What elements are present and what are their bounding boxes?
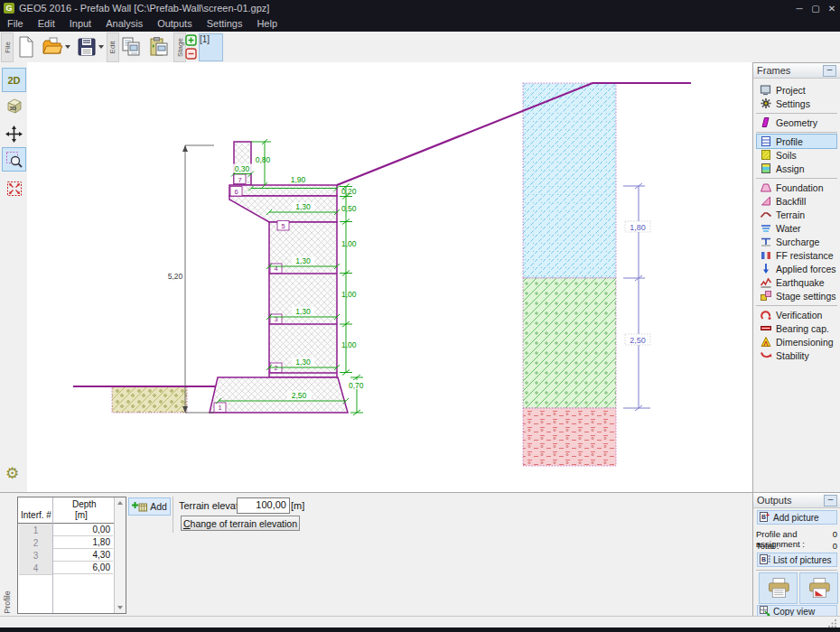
outputs-minimize-button[interactable]: – — [824, 495, 837, 507]
frames-separator — [756, 132, 837, 133]
table-scrollbar[interactable] — [114, 497, 126, 613]
svg-text:B: B — [761, 556, 766, 562]
interfaces-table[interactable]: Interf. # Depth [m] ▶ 1 0,00 2 1,80 3 4,… — [17, 497, 126, 614]
add-picture-button[interactable]: B+ Add picture — [757, 510, 837, 525]
frames-item-earthquake[interactable]: Earthquake — [757, 275, 836, 289]
svg-text:+: + — [766, 512, 770, 518]
row-number[interactable]: 4 — [19, 562, 52, 575]
menu-item-edit[interactable]: Edit — [31, 16, 62, 32]
menu-item-analysis[interactable]: Analysis — [98, 16, 150, 32]
list-of-pictures-button[interactable]: B List of pictures — [757, 553, 837, 567]
frames-item-profile[interactable]: Profile — [757, 135, 836, 148]
maximize-button[interactable]: ▢ — [807, 4, 824, 14]
frames-item-terrain[interactable]: Terrain — [757, 208, 836, 221]
view-3d-button[interactable]: 3D — [2, 93, 26, 117]
new-file-button[interactable] — [13, 33, 38, 60]
frames-item-water[interactable]: Water — [757, 221, 836, 235]
terrain-elevation-input[interactable]: 100,00 — [237, 497, 290, 514]
terrain-elevation-unit: [m] — [291, 500, 304, 511]
new-document-icon — [16, 36, 35, 58]
wall-foundation — [210, 377, 348, 413]
depth-cell[interactable]: 0,00 — [53, 524, 113, 536]
cube-3d-icon: 3D — [5, 97, 23, 115]
profile-tab[interactable]: Profile — [1, 590, 14, 614]
row-number[interactable]: 2 — [19, 536, 52, 550]
frames-item-surcharge[interactable]: Surcharge — [757, 235, 836, 248]
window-title: GEO5 2016 - Prefab Wall [C:\Prefab-Wall\… — [19, 3, 269, 14]
main-toolbar: File Edit Stage [1] — [0, 32, 840, 63]
minimize-button[interactable]: ─ — [791, 4, 807, 14]
frames-item-bearing-cap[interactable]: Bearing cap. — [757, 321, 836, 335]
svg-text:0,20: 0,20 — [341, 187, 357, 196]
outputs-panel-title: Outputs — [757, 495, 792, 506]
open-file-button[interactable] — [40, 33, 72, 60]
row-number[interactable]: 1 — [19, 524, 52, 537]
svg-text:0,80: 0,80 — [256, 155, 271, 164]
change-terrain-elevation-button[interactable]: Change of terrain elevation — [181, 516, 300, 531]
scroll-down-icon[interactable] — [117, 606, 123, 609]
profile-assignment-value: 0 — [833, 529, 837, 539]
panel-divider — [173, 497, 173, 533]
frames-item-settings[interactable]: Settings — [757, 97, 836, 110]
stage-remove-button[interactable] — [184, 47, 197, 60]
svg-text:3D: 3D — [9, 105, 16, 110]
depth-cell[interactable]: 4,30 — [53, 549, 113, 562]
frames-separator — [756, 305, 837, 306]
save-file-button[interactable] — [74, 33, 107, 60]
app-logo-icon: G — [4, 3, 14, 14]
view-2d-button[interactable]: 2D — [2, 68, 26, 92]
svg-text:1,30: 1,30 — [295, 307, 311, 316]
frames-item-verification[interactable]: Verification — [757, 308, 836, 321]
drawing-canvas[interactable]: 7 6 5 4 3 2 1 0,20 — [27, 62, 752, 492]
dimensioning-icon — [760, 336, 772, 348]
print-picture-button[interactable] — [799, 572, 838, 604]
frames-item-geometry[interactable]: Geometry — [757, 116, 836, 129]
menu-item-help[interactable]: Help — [249, 16, 285, 32]
frames-item-backfill[interactable]: Backfill — [757, 194, 836, 208]
frames-item-dimensioning[interactable]: Dimensioning — [757, 335, 836, 349]
soil-layer-1 — [523, 83, 616, 278]
add-picture-icon: B+ — [760, 512, 770, 523]
frames-item-soils[interactable]: Soils — [757, 148, 836, 162]
zoom-tool-button[interactable] — [2, 147, 26, 172]
depth-cell[interactable]: 6,00 — [53, 562, 113, 574]
list-pictures-icon: B — [760, 554, 770, 565]
scroll-up-icon[interactable] — [117, 501, 123, 505]
row-number[interactable]: 3 — [19, 549, 52, 562]
frames-item-stage-settings[interactable]: Stage settings — [757, 289, 836, 302]
paste-picture-button[interactable] — [145, 33, 173, 60]
menu-item-outputs[interactable]: Outputs — [150, 16, 200, 32]
fit-view-button[interactable] — [2, 176, 26, 200]
clipboard-page-icon — [148, 36, 170, 58]
toolbar-group-file: File — [1, 33, 14, 62]
print-document-button[interactable] — [759, 572, 798, 604]
taskbar-edge — [0, 627, 840, 632]
backfill-icon — [760, 195, 772, 207]
open-dropdown-caret[interactable] — [65, 45, 70, 49]
settings-gear-button[interactable]: ⚙ — [5, 464, 19, 483]
frames-item-stability[interactable]: Stability — [757, 349, 836, 362]
add-interface-button[interactable]: Add — [128, 497, 171, 516]
save-dropdown-caret[interactable] — [98, 45, 104, 49]
frames-item-applied-forces[interactable]: Applied forces — [757, 262, 836, 275]
close-button[interactable]: ✕ — [824, 4, 840, 14]
copy-picture-button[interactable] — [117, 33, 145, 60]
depth-cell[interactable]: 1,80 — [53, 536, 113, 549]
frames-minimize-button[interactable]: – — [823, 65, 836, 77]
stage-1-button[interactable]: [1] — [199, 33, 223, 61]
stage-plus-icon — [185, 34, 197, 46]
frames-item-foundation[interactable]: Foundation — [757, 181, 836, 194]
frames-item-ff-resistance[interactable]: FF resistance — [757, 248, 836, 262]
svg-text:1: 1 — [218, 404, 221, 412]
pan-tool-button[interactable] — [2, 122, 26, 146]
total-value: 0 — [833, 541, 837, 551]
stage-add-button[interactable] — [184, 33, 197, 46]
resize-grip-icon[interactable] — [828, 618, 837, 627]
menu-item-input[interactable]: Input — [62, 16, 98, 32]
frames-item-project[interactable]: Project — [757, 83, 836, 97]
svg-text:1,30: 1,30 — [295, 256, 311, 265]
title-bar: G GEO5 2016 - Prefab Wall [C:\Prefab-Wal… — [0, 0, 840, 16]
frames-item-assign[interactable]: Assign — [757, 162, 836, 175]
menu-item-file[interactable]: File — [0, 16, 31, 32]
menu-item-settings[interactable]: Settings — [200, 16, 250, 32]
